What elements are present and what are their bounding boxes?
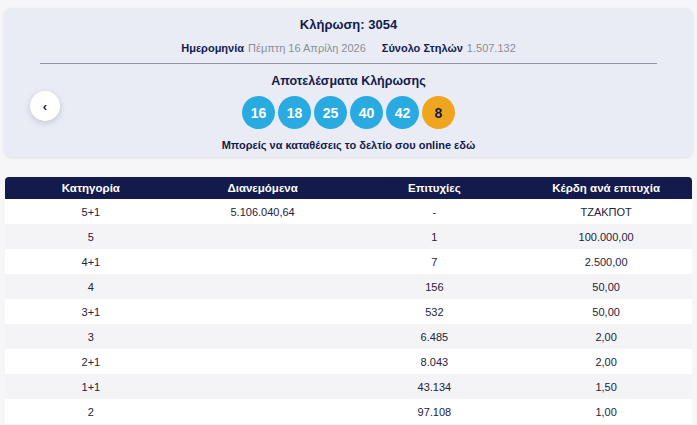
draw-meta: Ημερομηνία Πέμπτη 16 Απρίλη 2026 Σύνολο … bbox=[4, 42, 693, 54]
table-row: 36.4852,00 bbox=[5, 324, 692, 349]
cell-winners: 7 bbox=[349, 256, 521, 268]
number-ball: 40 bbox=[350, 96, 383, 129]
table-row: 4+172.500,00 bbox=[5, 249, 692, 274]
columns-value: 1.507.132 bbox=[467, 42, 516, 54]
winning-numbers: 16182540428 bbox=[4, 96, 693, 129]
joker-ball: 8 bbox=[422, 96, 455, 129]
prizes-table: Κατηγορία Διανεμόμενα Επιτυχίες Κέρδη αν… bbox=[5, 177, 692, 424]
draw-title: Κλήρωση: 3054 bbox=[4, 8, 693, 32]
header-distributed: Διανεμόμενα bbox=[177, 182, 349, 194]
table-row: 415650,00 bbox=[5, 274, 692, 299]
cell-prize: ΤΖΑΚΠΟΤ bbox=[520, 206, 692, 218]
cell-prize: 1,00 bbox=[520, 406, 692, 418]
table-header-row: Κατηγορία Διανεμόμενα Επιτυχίες Κέρδη αν… bbox=[5, 177, 692, 199]
table-body: 5+15.106.040,64-ΤΖΑΚΠΟΤ51100.000,004+172… bbox=[5, 199, 692, 424]
chevron-left-icon: ‹ bbox=[43, 100, 47, 113]
draw-card: Κλήρωση: 3054 Ημερομηνία Πέμπτη 16 Απρίλ… bbox=[4, 8, 693, 157]
cell-category: 3+1 bbox=[5, 306, 177, 318]
cell-winners: 532 bbox=[349, 306, 521, 318]
table-row: 297.1081,00 bbox=[5, 399, 692, 424]
cell-winners: 43.134 bbox=[349, 381, 521, 393]
cell-prize: 100.000,00 bbox=[520, 231, 692, 243]
cell-category: 3 bbox=[5, 331, 177, 343]
cell-category: 4 bbox=[5, 281, 177, 293]
cell-category: 1+1 bbox=[5, 381, 177, 393]
draw-date: Ημερομηνία Πέμπτη 16 Απρίλη 2026 bbox=[181, 42, 366, 54]
cell-prize: 2.500,00 bbox=[520, 256, 692, 268]
cell-prize: 2,00 bbox=[520, 331, 692, 343]
total-columns: Σύνολο Στηλών 1.507.132 bbox=[382, 42, 516, 54]
cell-winners: 6.485 bbox=[349, 331, 521, 343]
number-ball: 18 bbox=[278, 96, 311, 129]
cell-category: 5+1 bbox=[5, 206, 177, 218]
cell-prize: 50,00 bbox=[520, 306, 692, 318]
table-row: 1+143.1341,50 bbox=[5, 374, 692, 399]
cell-winners: - bbox=[349, 206, 521, 218]
cell-winners: 156 bbox=[349, 281, 521, 293]
cell-distributed: 5.106.040,64 bbox=[177, 206, 349, 218]
cell-prize: 1,50 bbox=[520, 381, 692, 393]
table-row: 3+153250,00 bbox=[5, 299, 692, 324]
number-ball: 16 bbox=[242, 96, 275, 129]
header-winners: Επιτυχίες bbox=[349, 182, 521, 194]
number-ball: 42 bbox=[386, 96, 419, 129]
cell-winners: 8.043 bbox=[349, 356, 521, 368]
cell-category: 5 bbox=[5, 231, 177, 243]
submit-online-text[interactable]: Μπορείς να καταθέσεις το δελτίο σου onli… bbox=[4, 139, 693, 151]
header-prize: Κέρδη ανά επιτυχία bbox=[520, 182, 692, 194]
table-row: 5+15.106.040,64-ΤΖΑΚΠΟΤ bbox=[5, 199, 692, 224]
number-ball: 25 bbox=[314, 96, 347, 129]
date-value: Πέμπτη 16 Απρίλη 2026 bbox=[248, 42, 366, 54]
table-row: 2+18.0432,00 bbox=[5, 349, 692, 374]
results-title: Αποτελέσματα Κλήρωσης bbox=[4, 74, 693, 88]
prev-draw-button[interactable]: ‹ bbox=[30, 91, 60, 121]
cell-winners: 1 bbox=[349, 231, 521, 243]
divider bbox=[40, 63, 657, 64]
cell-winners: 97.108 bbox=[349, 406, 521, 418]
cell-category: 2 bbox=[5, 406, 177, 418]
cell-category: 4+1 bbox=[5, 256, 177, 268]
cell-category: 2+1 bbox=[5, 356, 177, 368]
cell-prize: 2,00 bbox=[520, 356, 692, 368]
date-label: Ημερομηνία bbox=[181, 42, 244, 54]
header-category: Κατηγορία bbox=[5, 182, 177, 194]
columns-label: Σύνολο Στηλών bbox=[382, 42, 463, 54]
cell-prize: 50,00 bbox=[520, 281, 692, 293]
table-row: 51100.000,00 bbox=[5, 224, 692, 249]
